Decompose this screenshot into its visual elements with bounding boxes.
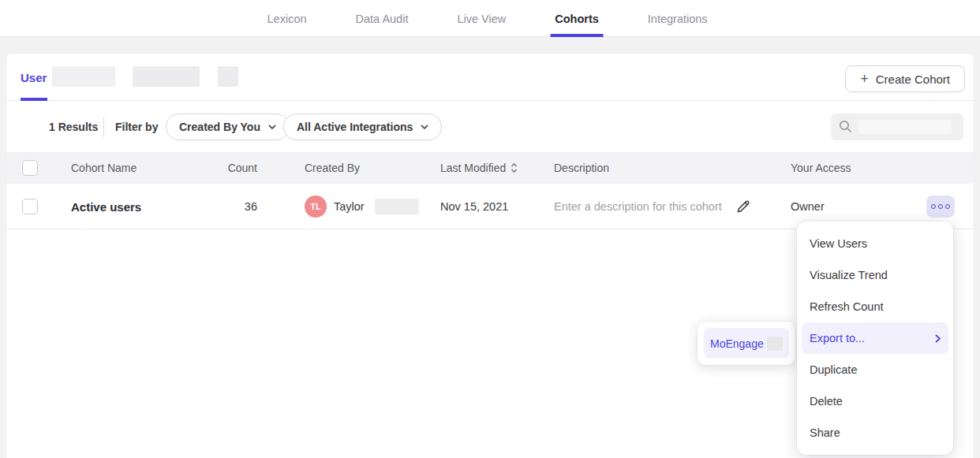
menu-item-duplicate[interactable]: Duplicate [802,354,948,385]
access-level: Owner [791,200,825,213]
cohort-type-tabs: User + Create Cohort [6,54,974,101]
nav-tab-label: Data Audit [356,13,409,25]
redacted-tab[interactable] [133,66,200,87]
redacted-text [858,120,952,134]
dot-icon [945,204,950,209]
column-header-description[interactable]: Description [554,162,609,174]
tab-user[interactable]: User [21,54,47,101]
redacted-text [767,337,783,351]
context-menu: View Users Visualize Trend Refresh Count… [797,222,953,455]
pencil-icon [735,199,751,214]
top-nav-tabs: Lexicon Data Audit Live View Cohorts Int… [263,0,713,37]
nav-tab-live-view[interactable]: Live View [452,0,511,37]
last-modified-date: Nov 15, 2021 [440,200,508,213]
cohort-count: 36 [181,200,257,213]
results-count: 1 Results [49,121,98,133]
select-all-checkbox[interactable] [22,160,38,176]
column-header-last-modified[interactable]: Last Modified [440,162,518,174]
menu-item-label: Delete [810,395,843,408]
menu-item-export-to[interactable]: Export to... [802,322,948,354]
chevron-down-icon [268,125,276,129]
search-icon [839,120,852,133]
redacted-tab[interactable] [218,66,238,87]
redacted-text [375,199,419,214]
nav-tab-lexicon[interactable]: Lexicon [263,0,312,37]
description-placeholder[interactable]: Enter a description for this cohort [554,200,722,213]
column-header-your-access[interactable]: Your Access [791,162,851,174]
create-cohort-button[interactable]: + Create Cohort [845,65,965,92]
nav-tab-data-audit[interactable]: Data Audit [351,0,413,37]
menu-item-label: Duplicate [810,363,857,376]
menu-item-label: Share [810,426,840,439]
menu-item-label: View Users [810,237,867,250]
creator-name: Taylor [334,200,365,213]
menu-item-label: Refresh Count [810,300,884,313]
submenu-item-label: MoEngage [710,337,764,350]
nav-tab-label: Live View [457,13,506,25]
cohorts-page: Lexicon Data Audit Live View Cohorts Int… [0,0,980,458]
divider [103,117,104,137]
menu-item-label: Visualize Trend [810,269,888,281]
active-integrations-dropdown-label: All Active Integrations [297,121,413,133]
nav-tab-label: Cohorts [555,13,599,25]
column-header-created-by[interactable]: Created By [305,162,360,174]
column-header-count[interactable]: Count [181,162,257,174]
top-nav: Lexicon Data Audit Live View Cohorts Int… [0,0,980,37]
plus-icon: + [860,72,869,86]
menu-item-visualize-trend[interactable]: Visualize Trend [802,259,948,291]
create-cohort-label: Create Cohort [876,73,950,86]
row-actions-button[interactable] [926,195,955,218]
menu-item-view-users[interactable]: View Users [802,228,948,259]
menu-item-refresh-count[interactable]: Refresh Count [802,291,948,322]
filter-bar: 1 Results Filter by Created By You All A… [6,101,974,152]
nav-tab-label: Lexicon [267,13,307,25]
cohort-name[interactable]: Active users [71,199,141,213]
active-integrations-dropdown[interactable]: All Active Integrations [283,114,442,140]
column-header-cohort-name[interactable]: Cohort Name [71,162,137,174]
nav-tab-label: Integrations [648,13,708,25]
table-header: Cohort Name Count Created By Last Modifi… [6,152,974,184]
nav-tab-cohorts[interactable]: Cohorts [550,0,604,37]
row-checkbox[interactable] [22,199,38,214]
dot-icon [938,204,943,209]
dot-icon [931,204,936,209]
column-header-label: Last Modified [440,162,506,174]
filter-by-label: Filter by [115,121,158,133]
nav-tab-integrations[interactable]: Integrations [643,0,713,37]
created-by-dropdown-label: Created By You [179,121,260,133]
search-input[interactable] [831,114,963,140]
chevron-down-icon [421,125,428,129]
menu-item-share[interactable]: Share [802,417,948,449]
creator: TL Taylor [305,195,419,218]
menu-item-delete[interactable]: Delete [802,385,948,417]
redacted-tab[interactable] [52,66,115,87]
edit-description-button[interactable] [734,197,753,216]
created-by-dropdown[interactable]: Created By You [166,114,290,140]
export-submenu: MoEngage [698,322,795,365]
submenu-item-moengage[interactable]: MoEngage [704,328,789,359]
avatar: TL [305,195,327,218]
menu-item-label: Export to... [810,332,865,344]
sort-icon [511,162,518,173]
chevron-right-icon [935,334,941,343]
